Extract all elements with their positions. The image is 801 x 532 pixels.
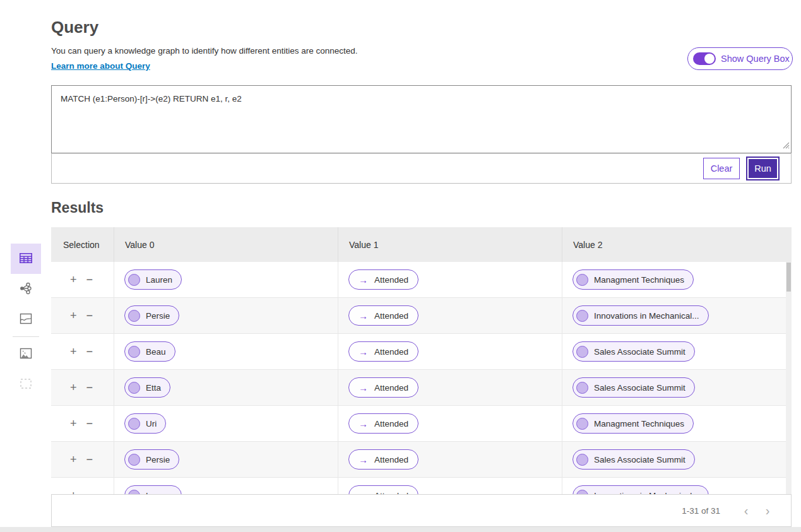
query-textarea[interactable]: MATCH (e1:Person)-[r]->(e2) RETURN e1, r… bbox=[51, 85, 792, 153]
entity-pill[interactable]: Sales Associate Summit bbox=[573, 341, 695, 362]
relation-pill[interactable]: → Attended bbox=[348, 341, 418, 362]
add-to-selection-button[interactable]: + bbox=[70, 274, 77, 285]
selection-cell: + − bbox=[51, 262, 114, 297]
arrow-right-icon: → bbox=[359, 383, 368, 393]
page-title: Query bbox=[51, 18, 98, 37]
query-toolbar: Clear Run bbox=[51, 153, 792, 184]
add-to-selection-button[interactable]: + bbox=[70, 454, 77, 465]
value0-cell: Lauren bbox=[114, 262, 338, 297]
value0-cell: Beau bbox=[114, 334, 338, 369]
toggle-knob bbox=[704, 54, 715, 64]
table-row: + − Persie → Attended Sales Associate Su… bbox=[51, 442, 792, 478]
add-to-selection-button[interactable]: + bbox=[70, 418, 77, 429]
value0-cell: Lauren bbox=[114, 478, 338, 494]
remove-from-selection-button[interactable]: − bbox=[86, 418, 93, 429]
relation-pill[interactable]: → Attended bbox=[348, 485, 418, 494]
remove-from-selection-button[interactable]: − bbox=[86, 382, 93, 393]
value1-cell: → Attended bbox=[338, 298, 562, 333]
selection-cell: + − bbox=[51, 370, 114, 405]
value2-cell: Sales Associate Summit bbox=[562, 442, 792, 477]
toggle-label: Show Query Box bbox=[721, 54, 790, 64]
arrow-right-icon: → bbox=[359, 455, 368, 464]
learn-more-link[interactable]: Learn more about Query bbox=[51, 61, 150, 71]
arrow-right-icon: → bbox=[359, 347, 368, 357]
entity-pill[interactable]: Sales Associate Summit bbox=[573, 377, 695, 398]
column-header-value0: Value 0 bbox=[114, 227, 338, 262]
sidebar-divider bbox=[13, 336, 39, 337]
relation-pill[interactable]: → Attended bbox=[348, 269, 418, 290]
relation-label: Attended bbox=[374, 311, 408, 321]
entity-dot-icon bbox=[128, 382, 140, 394]
entity-dot-icon bbox=[576, 346, 588, 358]
entity-pill[interactable]: Sales Associate Summit bbox=[573, 449, 695, 470]
entity-label: Sales Associate Summit bbox=[594, 383, 685, 393]
value1-cell: → Attended bbox=[338, 478, 562, 494]
results-table: Selection Value 0 Value 1 Value 2 + − La… bbox=[51, 227, 792, 494]
value2-cell: Innovations in Mechanical... bbox=[562, 478, 792, 494]
toggle-switch-icon[interactable] bbox=[693, 52, 716, 65]
entity-pill[interactable]: Innovations in Mechanical... bbox=[573, 305, 709, 326]
entity-pill[interactable]: Persie bbox=[124, 449, 179, 470]
entity-dot-icon bbox=[128, 490, 140, 495]
arrow-right-icon: → bbox=[359, 311, 368, 321]
selection-cell: + − bbox=[51, 442, 114, 477]
map-icon bbox=[18, 311, 33, 328]
value1-cell: → Attended bbox=[338, 406, 562, 441]
entity-pill[interactable]: Innovations in Mechanical... bbox=[573, 485, 709, 494]
sidebar-item-selection-view[interactable] bbox=[11, 369, 41, 399]
remove-from-selection-button[interactable]: − bbox=[86, 454, 93, 465]
relation-pill[interactable]: → Attended bbox=[348, 377, 418, 398]
table-scrollbar[interactable] bbox=[786, 262, 792, 494]
clear-button[interactable]: Clear bbox=[703, 158, 740, 179]
previous-page-button[interactable]: ‹ bbox=[735, 504, 757, 517]
add-to-selection-button[interactable]: + bbox=[70, 490, 77, 494]
relation-pill[interactable]: → Attended bbox=[348, 449, 418, 470]
remove-from-selection-button[interactable]: − bbox=[86, 274, 93, 285]
entity-pill[interactable]: Beau bbox=[124, 341, 175, 362]
entity-pill[interactable]: Lauren bbox=[124, 269, 182, 290]
selection-cell: + − bbox=[51, 334, 114, 369]
sidebar-item-table-view[interactable] bbox=[11, 244, 41, 274]
entity-label: Etta bbox=[146, 383, 161, 393]
add-to-selection-button[interactable]: + bbox=[70, 346, 77, 357]
entity-label: Managment Techniques bbox=[594, 419, 684, 429]
scrollbar-thumb[interactable] bbox=[786, 263, 791, 292]
column-header-selection: Selection bbox=[51, 227, 114, 262]
table-row: + − Lauren → Attended Managment Techniqu… bbox=[51, 262, 792, 298]
remove-from-selection-button[interactable]: − bbox=[86, 310, 93, 321]
entity-pill[interactable]: Persie bbox=[124, 305, 179, 326]
table-row: + − Uri → Attended Managment Techniques bbox=[51, 406, 792, 442]
table-row: + − Etta → Attended Sales Associate Summ… bbox=[51, 370, 792, 406]
entity-pill[interactable]: Lauren bbox=[124, 485, 182, 494]
relation-pill[interactable]: → Attended bbox=[348, 413, 418, 434]
remove-from-selection-button[interactable]: − bbox=[86, 346, 93, 357]
show-query-box-toggle[interactable]: Show Query Box bbox=[687, 47, 793, 70]
relation-pill[interactable]: → Attended bbox=[348, 305, 418, 326]
add-to-selection-button[interactable]: + bbox=[70, 310, 77, 321]
entity-pill[interactable]: Uri bbox=[124, 413, 166, 434]
column-header-value1: Value 1 bbox=[338, 227, 562, 262]
selection-cell: + − bbox=[51, 478, 114, 494]
next-page-button[interactable]: › bbox=[757, 504, 778, 517]
entity-dot-icon bbox=[576, 382, 588, 394]
sidebar-item-link-chart-view[interactable] bbox=[11, 274, 41, 304]
entity-label: Persie bbox=[146, 311, 170, 321]
pagination-bar: 1-31 of 31 ‹ › bbox=[51, 494, 792, 527]
remove-from-selection-button[interactable]: − bbox=[86, 490, 93, 494]
entity-dot-icon bbox=[128, 454, 140, 466]
entity-dot-icon bbox=[576, 454, 588, 466]
entity-pill[interactable]: Managment Techniques bbox=[573, 269, 694, 290]
entity-label: Beau bbox=[146, 347, 166, 357]
entity-pill[interactable]: Etta bbox=[124, 377, 170, 398]
new-map-icon bbox=[18, 346, 33, 363]
value2-cell: Managment Techniques bbox=[562, 262, 792, 297]
entity-label: Uri bbox=[146, 419, 157, 429]
relation-label: Attended bbox=[374, 455, 408, 464]
view-mode-sidebar bbox=[11, 244, 41, 399]
run-button[interactable]: Run bbox=[747, 158, 778, 179]
add-to-selection-button[interactable]: + bbox=[70, 382, 77, 393]
entity-pill[interactable]: Managment Techniques bbox=[573, 413, 694, 434]
sidebar-item-map-view[interactable] bbox=[11, 304, 41, 334]
sidebar-item-new-map-view[interactable] bbox=[11, 339, 41, 369]
entity-dot-icon bbox=[576, 274, 588, 286]
